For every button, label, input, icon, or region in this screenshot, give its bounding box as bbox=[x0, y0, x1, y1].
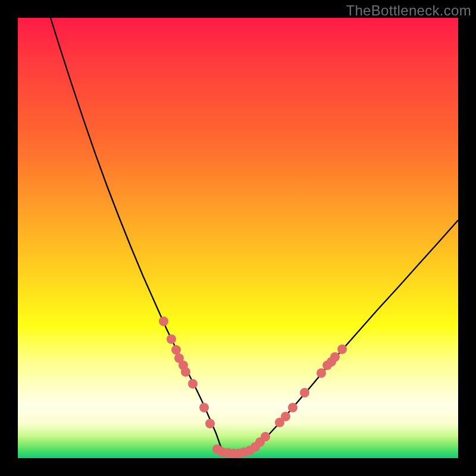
data-marker bbox=[181, 367, 190, 377]
watermark-label: TheBottleneck.com bbox=[346, 2, 471, 19]
data-marker bbox=[205, 419, 215, 428]
chart-frame: TheBottleneck.com bbox=[0, 0, 476, 476]
plot-area bbox=[18, 18, 458, 458]
data-marker bbox=[337, 345, 347, 354]
data-marker bbox=[317, 368, 326, 378]
chart-svg bbox=[18, 18, 458, 458]
data-marker bbox=[167, 334, 176, 344]
markers-bottom-group bbox=[212, 432, 270, 458]
markers-left-group bbox=[159, 317, 215, 428]
data-marker bbox=[171, 345, 181, 355]
curve-left-path bbox=[51, 18, 223, 453]
data-marker bbox=[188, 379, 198, 389]
data-marker bbox=[288, 403, 298, 412]
curve-right-path bbox=[223, 220, 458, 453]
data-marker bbox=[281, 412, 290, 421]
data-marker bbox=[330, 352, 340, 362]
data-marker bbox=[199, 403, 209, 412]
data-marker bbox=[159, 317, 168, 326]
data-marker bbox=[300, 388, 309, 397]
data-marker bbox=[261, 432, 270, 441]
